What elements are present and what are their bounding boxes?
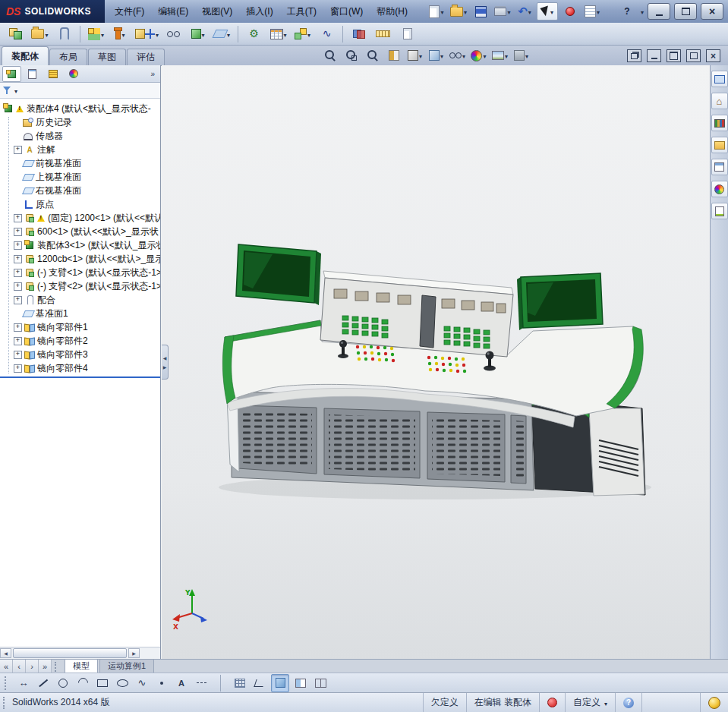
angle-snap-button[interactable] xyxy=(251,675,268,692)
last-tab-button[interactable] xyxy=(39,660,52,673)
panel-overflow-chevron[interactable] xyxy=(150,70,158,78)
quick-tip-cell[interactable] xyxy=(615,693,641,712)
tree-item-mirror-1[interactable]: 镜向零部件1 xyxy=(0,320,160,334)
close-window-button[interactable] xyxy=(706,49,720,62)
panel-splitter-control[interactable] xyxy=(162,345,169,380)
menu-window[interactable]: 窗口(W) xyxy=(323,1,370,23)
centerline-button[interactable] xyxy=(193,675,210,692)
exploded-view-button[interactable] xyxy=(292,24,314,43)
custom-dropdown[interactable]: 自定义 xyxy=(565,693,615,712)
tree-item-top-plane[interactable]: 上视基准面 xyxy=(0,170,160,184)
minimize-window-button[interactable] xyxy=(647,49,661,62)
expand-toggle[interactable] xyxy=(14,282,22,291)
solidworks-resources-tab[interactable] xyxy=(711,71,728,87)
move-component-button[interactable] xyxy=(134,24,160,43)
toolbar-grip-handle[interactable] xyxy=(5,676,9,690)
home-tab[interactable] xyxy=(711,93,728,109)
print-button[interactable] xyxy=(493,3,512,20)
previous-tab-button[interactable] xyxy=(13,660,26,673)
interference-detection-button[interactable] xyxy=(348,24,370,43)
tab-splitter-handle[interactable] xyxy=(55,662,60,672)
linear-component-pattern-button[interactable] xyxy=(85,24,107,43)
maximize-window-button[interactable] xyxy=(667,49,681,62)
select-button[interactable] xyxy=(537,2,558,20)
custom-properties-tab[interactable] xyxy=(711,203,728,219)
circle-button[interactable] xyxy=(55,675,71,692)
tree-item-component-1200cb[interactable]: 1200cb<1> (默认<<默认>_显示 xyxy=(0,252,160,266)
tree-item-history[interactable]: 历史记录 xyxy=(0,115,160,129)
graphics-viewport[interactable]: Y X xyxy=(162,65,710,659)
scroll-right-arrow[interactable] xyxy=(128,648,140,658)
open-button[interactable] xyxy=(449,3,468,20)
measure-button[interactable] xyxy=(372,24,394,43)
explode-line-sketch-button[interactable] xyxy=(316,24,338,43)
spline-button[interactable] xyxy=(134,675,150,692)
menu-help[interactable]: 帮助(H) xyxy=(370,1,414,23)
rollback-bar[interactable] xyxy=(0,376,160,378)
scroll-left-arrow[interactable] xyxy=(0,648,11,658)
float-window-button[interactable] xyxy=(686,49,701,62)
ellipse-button[interactable] xyxy=(114,675,131,692)
performance-evaluation-button[interactable] xyxy=(396,24,418,43)
tab-sketch[interactable]: 草图 xyxy=(88,49,126,65)
resources-cell[interactable] xyxy=(700,693,728,712)
smart-fasteners-button[interactable] xyxy=(109,24,131,43)
options-button[interactable] xyxy=(582,3,602,20)
show-hidden-components-button[interactable] xyxy=(162,24,184,43)
zoom-to-fit-button[interactable] xyxy=(322,48,338,64)
restore-window-button[interactable] xyxy=(627,49,641,62)
expand-toggle[interactable] xyxy=(14,351,22,359)
expand-toggle[interactable] xyxy=(14,146,22,154)
tree-horizontal-scrollbar[interactable] xyxy=(0,647,160,659)
tree-item-plane1[interactable]: 基准面1 xyxy=(0,307,160,320)
smart-dimension-button[interactable] xyxy=(15,675,32,692)
assembly-features-button[interactable] xyxy=(187,24,209,43)
tree-item-arm-1[interactable]: (-) 支臂<1> (默认<显示状态-1> xyxy=(0,266,160,279)
scrollbar-thumb[interactable] xyxy=(13,648,127,658)
configurationmanager-tab[interactable] xyxy=(43,66,62,82)
mate-button[interactable] xyxy=(53,24,75,43)
arc-button[interactable] xyxy=(74,675,91,692)
zoom-to-area-button[interactable] xyxy=(343,48,359,64)
tree-item-component-600[interactable]: 600<1> (默认<<默认>_显示状 xyxy=(0,225,160,238)
sketch-text-button[interactable] xyxy=(173,675,190,692)
grid-button[interactable] xyxy=(232,675,248,692)
tree-filter-bar[interactable] xyxy=(0,83,160,99)
tab-evaluate[interactable]: 评估 xyxy=(127,49,165,65)
tab-layout[interactable]: 布局 xyxy=(49,49,87,65)
two-pane-view-button[interactable] xyxy=(312,675,329,692)
expand-toggle[interactable] xyxy=(14,241,22,250)
point-button[interactable] xyxy=(153,675,170,692)
insert-components-button[interactable] xyxy=(29,24,51,43)
tab-motion-study[interactable]: 运动算例1 xyxy=(99,659,154,673)
maximize-button[interactable] xyxy=(674,3,697,20)
tree-item-mirror-3[interactable]: 镜向零部件3 xyxy=(0,348,160,361)
tree-item-arm-2[interactable]: (-) 支臂<2> (默认<显示状态-1> xyxy=(0,279,160,293)
expand-toggle[interactable] xyxy=(14,323,22,332)
expand-toggle[interactable] xyxy=(14,255,22,263)
expand-toggle[interactable] xyxy=(14,228,22,236)
tree-item-front-plane[interactable]: 前视基准面 xyxy=(0,156,160,170)
tree-item-assembly-root[interactable]: 装配体4 (默认<默认_显示状态- xyxy=(0,102,160,115)
line-button[interactable] xyxy=(35,675,52,692)
tab-model[interactable]: 模型 xyxy=(65,659,98,673)
view-palette-tab[interactable] xyxy=(711,159,728,175)
expand-toggle[interactable] xyxy=(14,269,22,277)
design-library-tab[interactable] xyxy=(711,115,728,131)
graphics-area[interactable]: Y X xyxy=(162,65,710,659)
featuremanager-tab[interactable] xyxy=(2,66,21,82)
tree-item-mirror-4[interactable]: 镜向零部件4 xyxy=(0,361,160,375)
undo-button[interactable] xyxy=(515,3,534,20)
save-button[interactable] xyxy=(471,3,490,20)
view-settings-button[interactable] xyxy=(513,48,529,64)
shaded-sketch-contours-button[interactable] xyxy=(271,674,289,692)
expand-toggle[interactable] xyxy=(14,337,22,345)
new-document-button[interactable] xyxy=(427,3,446,20)
section-view-button[interactable] xyxy=(386,48,402,64)
edit-component-button[interactable] xyxy=(5,24,27,43)
displaymanager-tab[interactable] xyxy=(64,66,83,82)
expand-toggle[interactable] xyxy=(14,364,22,373)
tree-item-mirror-2[interactable]: 镜向零部件2 xyxy=(0,334,160,348)
reference-geometry-button[interactable] xyxy=(211,24,233,43)
tree-item-mates[interactable]: 配合 xyxy=(0,293,160,307)
